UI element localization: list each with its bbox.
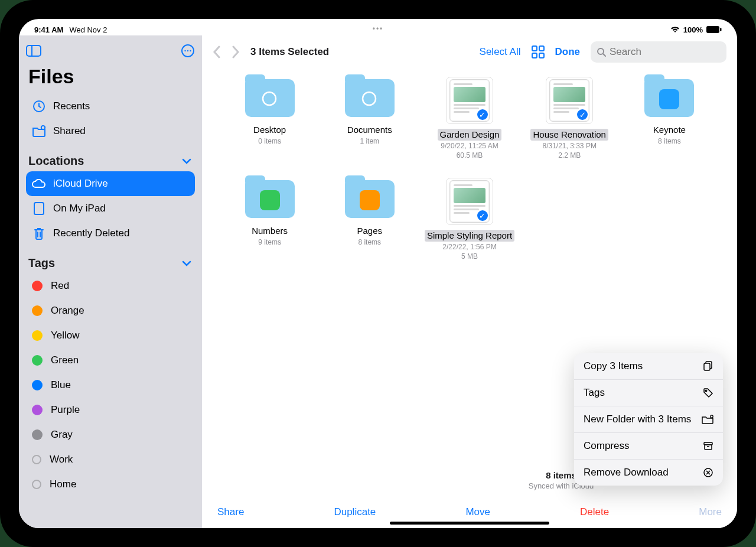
file-item[interactable]: Keynote8 items [620,77,719,160]
files-grid: Desktop0 itemsDocuments1 item✓Garden Des… [202,65,737,261]
archive-icon [703,441,713,451]
file-name: Simple Styling Report [425,230,514,242]
sidebar-tag-item[interactable]: Orange [26,298,195,323]
sidebar-item-label: Purple [51,404,80,416]
file-meta: 9 items [258,238,281,248]
menu-label: Compress [584,440,629,452]
sidebar-item-label: Orange [51,305,84,317]
sidebar-item-label: Work [50,454,73,465]
sidebar-tag-item[interactable]: Red [26,274,195,298]
section-label: Locations [28,154,84,168]
sidebar-item-label: Red [51,280,69,292]
multitask-dots-icon[interactable]: ••• [373,25,384,33]
svg-rect-21 [704,363,710,370]
svg-point-18 [263,92,276,105]
done-button[interactable]: Done [555,46,581,58]
tag-color-icon [32,330,43,341]
svg-rect-12 [539,46,544,51]
file-item[interactable]: Pages8 items [320,178,419,261]
sidebar-toggle-icon[interactable] [26,45,41,57]
menu-new-folder-with-items[interactable]: New Folder with 3 Items [574,406,723,433]
sidebar-tag-item[interactable]: Green [26,348,195,373]
tag-color-icon [32,281,43,291]
file-item[interactable]: ✓House Renovation8/31/21, 3:33 PM2.2 MB [520,77,620,160]
sidebar-tag-item[interactable]: Yellow [26,323,195,348]
file-meta: 9/20/22, 11:25 AM60.5 MB [441,142,498,160]
file-item[interactable]: Numbers9 items [220,178,320,261]
sidebar-tag-item[interactable]: Work [26,447,195,472]
icloud-icon [32,177,46,191]
sidebar-tag-item[interactable]: Gray [26,422,195,447]
home-indicator[interactable] [390,522,549,525]
share-button[interactable]: Share [217,506,244,518]
tag-color-icon [32,455,41,464]
menu-compress[interactable]: Compress [574,433,723,460]
sidebar-tag-item[interactable]: Blue [26,373,195,398]
svg-rect-13 [532,53,537,58]
sidebar-tag-item[interactable]: Home [26,472,195,497]
delete-button[interactable]: Delete [580,506,609,518]
file-name: Keynote [651,124,688,136]
status-time: 9:41 AM [34,25,63,34]
sidebar-item-label: Gray [51,429,73,441]
sidebar-item-label: On My iPad [53,203,106,214]
battery-percent: 100% [683,25,703,34]
sidebar-ellipsis-icon[interactable] [181,44,195,58]
section-label: Tags [28,256,55,270]
file-item[interactable]: ✓Simple Styling Report2/22/22, 1:56 PM5 … [419,178,519,261]
tag-icon [703,388,713,398]
chevron-down-icon [182,261,191,266]
file-name: Documents [345,124,395,136]
menu-remove-download[interactable]: Remove Download [574,460,723,486]
svg-point-22 [705,390,707,392]
svg-point-19 [363,92,376,105]
nav-back-icon[interactable] [213,45,221,58]
ipad-icon [32,201,46,216]
sidebar-item-label: Yellow [51,330,80,341]
move-button[interactable]: Move [465,506,490,518]
sidebar-item-recents[interactable]: Recents [26,94,195,119]
menu-copy-items[interactable]: Copy 3 Items [574,353,723,380]
tag-color-icon [32,305,43,316]
sidebar-item-label: Recents [53,100,90,112]
svg-point-7 [190,50,191,51]
sidebar-item-on-my-ipad[interactable]: On My iPad [26,196,195,221]
sidebar-item-recently-deleted[interactable]: Recently Deleted [26,221,195,246]
sidebar-section-tags[interactable]: Tags [26,246,195,274]
sidebar-item-label: Home [50,478,76,490]
search-field[interactable] [591,41,726,63]
nav-forward-icon[interactable] [232,45,240,58]
file-name: Garden Design [438,129,502,141]
file-meta: 8 items [358,238,381,248]
folder-plus-icon [702,415,713,424]
svg-point-9 [41,126,45,129]
battery-icon [706,26,722,33]
file-item[interactable]: ✓Garden Design9/20/22, 11:25 AM60.5 MB [419,77,519,160]
file-name: Desktop [251,124,288,136]
file-name: House Renovation [530,129,608,141]
sidebar-tag-item[interactable]: Purple [26,398,195,422]
sidebar-item-shared[interactable]: Shared [26,119,195,144]
toolbar: 3 Items Selected Select All Done [202,35,737,65]
svg-rect-1 [720,28,722,31]
duplicate-button[interactable]: Duplicate [334,506,376,518]
sidebar-item-icloud-drive[interactable]: iCloud Drive [26,171,195,196]
select-all-button[interactable]: Select All [480,46,521,58]
svg-point-6 [187,50,188,51]
menu-label: Remove Download [584,467,669,478]
tag-color-icon [32,480,41,489]
file-item[interactable]: Desktop0 items [220,77,320,160]
menu-tags[interactable]: Tags [574,380,723,406]
chevron-down-icon [182,158,191,164]
svg-rect-11 [532,46,537,51]
view-grid-icon[interactable] [532,45,545,58]
svg-point-5 [184,50,185,51]
tag-color-icon [32,405,43,415]
sidebar-section-locations[interactable]: Locations [26,144,195,171]
more-button[interactable]: More [699,506,722,518]
file-item[interactable]: Documents1 item [320,77,419,160]
svg-point-23 [711,415,713,418]
remove-download-icon [703,467,713,478]
file-meta: 8/31/21, 3:33 PM2.2 MB [542,142,596,160]
search-input[interactable] [610,46,735,58]
